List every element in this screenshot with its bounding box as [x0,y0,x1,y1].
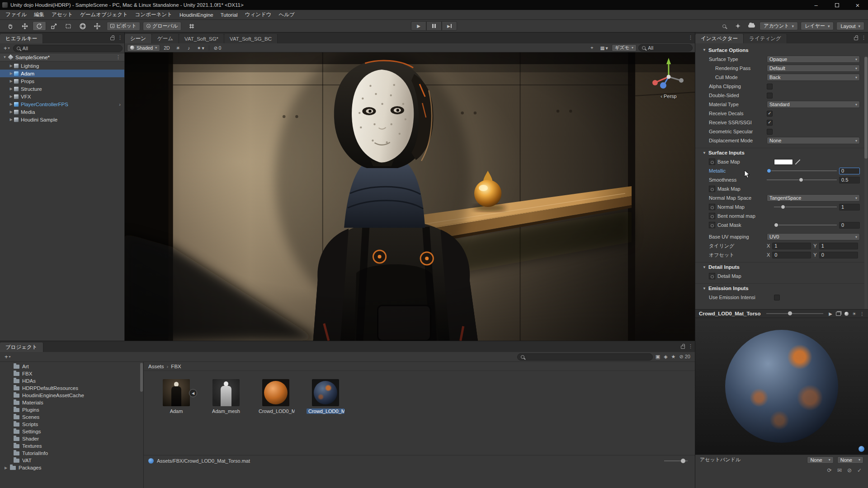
receive-decals-checkbox[interactable]: ✓ [767,111,773,117]
label-filter-icon[interactable]: ◈ [664,354,667,360]
asset-bundle-variant-dropdown[interactable]: None▾ [837,456,863,464]
folder-item[interactable]: FBX [0,370,143,377]
metallic-field[interactable] [839,168,860,174]
tab-hierarchy[interactable]: ヒエラルキー [0,34,43,43]
folder-item[interactable]: VAT [0,457,143,464]
hidden-objects-button[interactable]: ⊘ 0 [212,44,223,52]
packages-item[interactable]: ▶ Packages [0,464,143,471]
expander-icon[interactable]: ▶ [8,117,14,122]
smoothness-slider[interactable] [767,179,837,180]
geometric-specular-checkbox[interactable] [767,129,773,135]
alpha-clipping-checkbox[interactable] [767,84,773,89]
step-button[interactable]: ▶ [442,21,457,31]
mask-map-texture-slot[interactable] [709,186,715,192]
panel-menu-icon[interactable]: ⋮ [861,35,866,41]
bent-normal-texture-slot[interactable] [709,213,715,219]
transform-tool-button[interactable] [76,21,90,31]
scene-menu-icon[interactable]: ⋮ [116,54,121,60]
hierarchy-item[interactable]: ▶ Media [0,108,124,116]
prefab-chevron-icon[interactable]: › [119,102,121,107]
surface-type-dropdown[interactable]: Opaque▾ [767,56,860,63]
account-dropdown[interactable]: アカウント▾ [760,22,798,30]
hidden-count-button[interactable]: ⊘ 20 [679,354,690,360]
base-uv-dropdown[interactable]: UV0▾ [767,233,860,240]
eyedropper-icon[interactable] [795,160,800,164]
asset-bundle-dropdown[interactable]: None▾ [807,456,833,464]
detail-map-texture-slot[interactable] [709,273,715,279]
asset-item[interactable]: Adam_mesh [207,379,245,455]
search-button[interactable] [719,22,730,31]
expander-icon[interactable]: ▶ [8,64,14,68]
rotate-tool-button[interactable] [33,21,46,31]
folder-item[interactable]: Textures [0,442,143,450]
preview-menu-icon[interactable]: ⋮ [860,311,864,316]
hierarchy-item[interactable]: ▶ Lighting [0,62,124,70]
scene-header-row[interactable]: ▼ SampleScene* ⋮ [0,53,124,61]
create-asset-button[interactable]: + ▾ [3,353,13,360]
notifications-icon[interactable]: ✉ [837,467,842,474]
slider-knob[interactable] [799,178,803,182]
asset-thumbnail[interactable] [262,379,289,406]
coat-mask-field[interactable] [839,222,860,229]
base-color-swatch[interactable] [774,159,793,165]
hierarchy-item[interactable]: ▶ Adam [0,70,124,77]
receive-ssr-checkbox[interactable]: ✓ [767,120,773,126]
hierarchy-item[interactable]: ▶ Structure [0,85,124,93]
menu-item[interactable]: コンポーネント [132,10,176,19]
folder-item[interactable]: Scripts [0,421,143,428]
expander-icon[interactable]: ▶ [8,94,14,99]
hierarchy-search-input[interactable] [23,46,119,51]
folder-item[interactable]: HDRPDefaultResources [0,385,143,392]
zoom-knob[interactable] [681,459,685,463]
panel-menu-icon[interactable]: ⋮ [118,35,123,41]
maximize-button[interactable] [826,0,847,10]
layout-dropdown[interactable]: Layout▾ [836,22,864,30]
preview-light-icon[interactable]: ☀ [852,311,856,316]
normal-map-slider[interactable] [774,206,837,207]
cloud-button[interactable] [746,22,757,31]
hierarchy-item[interactable]: ▶ VFX [0,93,124,100]
offset-y-field[interactable] [819,252,858,258]
folder-item[interactable]: HoudiniEngineAssetCache [0,392,143,399]
expander-icon[interactable]: ▶ [8,71,14,75]
scene-tab[interactable]: VAT_Soft_SG* [179,34,224,43]
foldout-icon[interactable]: ▼ [2,55,8,59]
scene-effects-dropdown[interactable]: ✶ ▾ [195,44,206,52]
scene-tab[interactable]: シーン [125,34,152,43]
inspector-tab[interactable]: ライティング [744,34,787,43]
expander-icon[interactable]: ▶ [8,87,14,91]
slider-knob[interactable] [774,223,778,227]
expander-icon[interactable]: ▶ [5,466,10,470]
breadcrumb-current[interactable]: FBX [171,364,181,369]
asset-thumbnail[interactable] [163,379,190,406]
close-button[interactable]: × [847,0,868,10]
section-surface-inputs[interactable]: ▼ Surface Inputs [695,148,868,157]
coat-mask-texture-slot[interactable] [709,222,715,228]
console-ok-icon[interactable]: ✓ [857,467,862,474]
hand-tool-button[interactable] [4,21,17,31]
thumbnail-zoom-slider[interactable] [664,460,688,461]
slider-knob[interactable] [767,169,771,173]
snap-settings-button[interactable] [185,21,198,31]
gizmos-dropdown[interactable]: ギズモ ▾ [612,44,637,52]
project-search[interactable] [517,353,653,361]
asset-item[interactable]: Crowd_LOD0_Ma… [257,379,295,455]
menu-item[interactable]: ゲームオブジェクト [76,10,132,19]
minimize-button[interactable]: – [806,0,826,10]
orientation-gizmo[interactable]: ‹ Persp [648,54,689,99]
double-sided-checkbox[interactable] [767,93,773,99]
import-icon[interactable]: ▣ [656,354,660,360]
expander-icon[interactable]: ▶ [8,102,14,106]
hierarchy-search[interactable] [13,45,123,52]
scene-lighting-button[interactable]: ☀ [174,44,183,52]
expand-subassets-button[interactable]: ◀ [189,389,197,397]
menu-item[interactable]: ファイル [2,10,30,19]
smoothness-field[interactable] [839,177,860,183]
folder-item[interactable]: Plugins [0,406,143,413]
folder-item[interactable]: Shader [0,435,143,442]
menu-item[interactable]: アセット [48,10,76,19]
hierarchy-item[interactable]: ▶ Houdini Sample [0,116,124,123]
menu-item[interactable]: Tutorial [217,10,241,19]
tiling-y-field[interactable] [819,243,858,249]
console-errors-icon[interactable]: ⊘ [847,467,852,474]
